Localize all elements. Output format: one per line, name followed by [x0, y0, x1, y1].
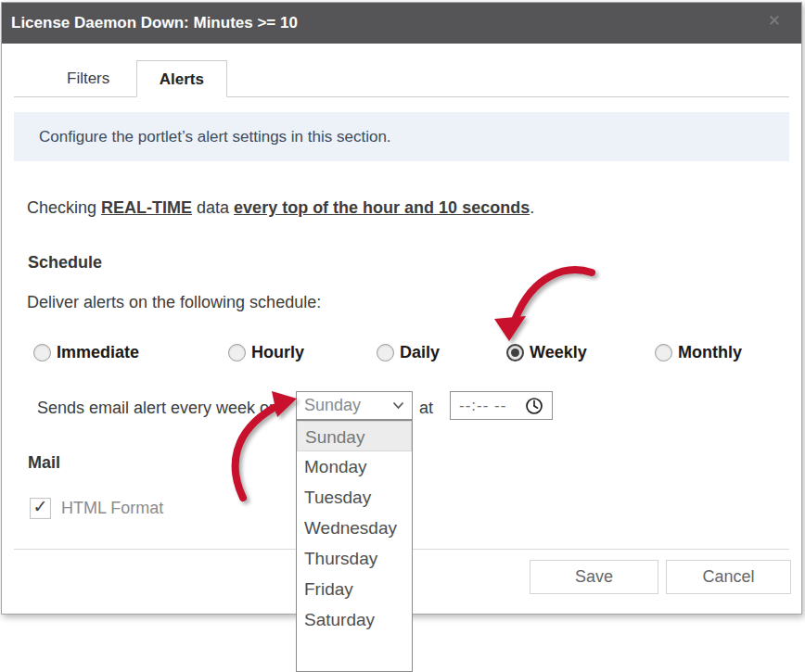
- tab-alerts[interactable]: Alerts: [136, 60, 227, 97]
- tab-filters[interactable]: Filters: [45, 60, 132, 96]
- dropdown-option-tuesday[interactable]: Tuesday: [297, 482, 412, 513]
- checking-suffix: .: [530, 198, 534, 217]
- radio-daily-circle[interactable]: [377, 344, 394, 361]
- dropdown-option-sunday[interactable]: Sunday: [297, 421, 412, 451]
- dropdown-option-thursday[interactable]: Thursday: [297, 543, 412, 574]
- radio-immediate[interactable]: Immediate: [33, 343, 228, 362]
- day-of-week-select[interactable]: Sunday: [296, 391, 413, 420]
- dropdown-option-wednesday[interactable]: Wednesday: [297, 513, 412, 543]
- time-input-value: --:-- --: [459, 397, 525, 415]
- info-banner-text: Configure the portlet’s alert settings i…: [39, 128, 391, 146]
- dropdown-option-monday[interactable]: Monday: [297, 451, 412, 482]
- chevron-down-icon: [392, 401, 404, 410]
- dropdown-option-friday[interactable]: Friday: [297, 574, 412, 604]
- dropdown-option-saturday[interactable]: Saturday: [297, 604, 412, 635]
- dialog-title: License Daemon Down: Minutes >= 10: [2, 14, 298, 32]
- dialog-header: License Daemon Down: Minutes >= 10 ✕: [2, 3, 801, 44]
- radio-daily-label: Daily: [400, 343, 440, 362]
- day-select-value: Sunday: [304, 396, 392, 415]
- radio-weekly[interactable]: Weekly: [506, 343, 655, 362]
- html-format-label: HTML Format: [61, 499, 163, 518]
- radio-immediate-circle[interactable]: [33, 344, 51, 361]
- cancel-button[interactable]: Cancel: [666, 560, 791, 594]
- radio-immediate-label: Immediate: [57, 343, 139, 362]
- checking-realtime: REAL-TIME: [101, 198, 192, 217]
- radio-weekly-label: Weekly: [530, 343, 587, 362]
- radio-monthly-circle[interactable]: [655, 344, 672, 361]
- radio-hourly-circle[interactable]: [228, 344, 246, 361]
- close-icon[interactable]: ✕: [768, 13, 781, 29]
- radio-hourly[interactable]: Hourly: [228, 343, 377, 362]
- schedule-radio-group: Immediate Hourly Daily Weekly Monthly: [33, 339, 794, 365]
- schedule-description: Deliver alerts on the following schedule…: [27, 293, 321, 312]
- tab-bar: Filters Alerts: [14, 60, 789, 97]
- at-label: at: [419, 399, 433, 418]
- mail-heading: Mail: [28, 453, 60, 473]
- alert-settings-dialog: License Daemon Down: Minutes >= 10 ✕ Fil…: [1, 2, 802, 615]
- clock-icon[interactable]: [525, 397, 543, 415]
- checking-prefix: Checking: [27, 198, 101, 217]
- radio-hourly-label: Hourly: [251, 343, 304, 362]
- schedule-heading: Schedule: [28, 253, 102, 273]
- day-dropdown-list: Sunday Monday Tuesday Wednesday Thursday…: [296, 420, 413, 672]
- radio-monthly[interactable]: Monthly: [655, 343, 794, 362]
- time-input[interactable]: --:-- --: [450, 391, 553, 420]
- radio-weekly-circle[interactable]: [506, 344, 524, 361]
- sends-email-label: Sends email alert every week on: [37, 399, 278, 418]
- checking-mid: data: [192, 198, 234, 217]
- checkmark-icon: ✓: [33, 498, 48, 515]
- info-banner: Configure the portlet’s alert settings i…: [14, 112, 789, 161]
- checking-frequency: every top of the hour and 10 seconds: [234, 198, 530, 217]
- html-format-row[interactable]: ✓ HTML Format: [30, 498, 163, 519]
- checking-sentence: Checking REAL-TIME data every top of the…: [27, 198, 534, 218]
- radio-daily[interactable]: Daily: [377, 343, 506, 362]
- radio-monthly-label: Monthly: [678, 343, 742, 362]
- save-button[interactable]: Save: [530, 560, 658, 594]
- html-format-checkbox[interactable]: ✓: [30, 498, 51, 519]
